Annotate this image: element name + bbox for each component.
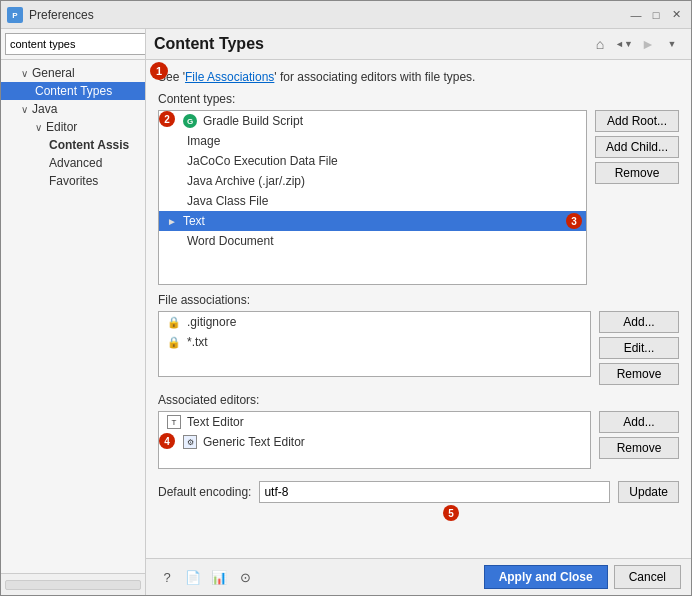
minimize-button[interactable]: — — [627, 6, 645, 24]
window-controls: — □ ✕ — [627, 6, 685, 24]
sidebar-item-general[interactable]: ∨ General — [1, 64, 145, 82]
list-item-text[interactable]: ► Text 3 — [159, 211, 586, 231]
list-item-label: Java Archive (.jar/.zip) — [187, 174, 305, 188]
sidebar-item-favorites[interactable]: Favorites — [1, 172, 145, 190]
gradle-icon: G — [183, 114, 197, 128]
update-button[interactable]: Update — [618, 481, 679, 503]
list-item[interactable]: JaCoCo Execution Data File — [159, 151, 586, 171]
bottom-bar: ? 📄 📊 ⊙ Apply and Close Cancel — [146, 558, 691, 595]
list-item[interactable]: T Text Editor — [159, 412, 590, 432]
content-types-section: Content types: 2 G Gradle — [158, 92, 679, 285]
window-title: Preferences — [29, 8, 627, 22]
window-icon: P — [7, 7, 23, 23]
list-item-label: Text — [183, 214, 205, 228]
sidebar-item-label: Content Assis — [49, 138, 129, 152]
list-item-label: Text Editor — [187, 415, 244, 429]
chevron-icon: ∨ — [21, 104, 28, 115]
svg-text:P: P — [12, 11, 18, 20]
list-item[interactable]: Java Archive (.jar/.zip) — [159, 171, 586, 191]
forward-button[interactable]: ► — [637, 33, 659, 55]
list-item[interactable]: 🔒 .gitignore — [159, 312, 590, 332]
list-item-label: *.txt — [187, 335, 208, 349]
list-item-label: Word Document — [187, 234, 273, 248]
sidebar-item-java[interactable]: ∨ Java — [1, 100, 145, 118]
associated-editors-label: Associated editors: — [158, 393, 679, 407]
bottom-left-icons: ? 📄 📊 ⊙ — [156, 566, 256, 588]
search-input[interactable] — [5, 33, 146, 55]
circle-button[interactable]: ⊙ — [234, 566, 256, 588]
forward-dropdown-button[interactable]: ▼ — [661, 33, 683, 55]
sidebar-item-label: Editor — [46, 120, 77, 134]
add-root-button[interactable]: Add Root... — [595, 110, 679, 132]
associated-editors-row: T Text Editor 4 ⚙ — [158, 411, 679, 469]
remove-ct-button[interactable]: Remove — [595, 162, 679, 184]
sidebar: ▶ ∨ General Content Types ∨ Java — [1, 29, 146, 595]
sidebar-item-content-assis[interactable]: Content Assis — [1, 136, 145, 154]
encoding-input[interactable] — [259, 481, 610, 503]
main-toolbar: Content Types ⌂ ◄▼ ► ▼ — [146, 29, 691, 60]
associated-editors-list: T Text Editor 4 ⚙ — [158, 411, 591, 469]
encoding-row: Default encoding: Update 5 — [158, 477, 679, 507]
add-ae-button[interactable]: Add... — [599, 411, 679, 433]
list-item[interactable]: Java Class File — [159, 191, 586, 211]
sidebar-item-label: Java — [32, 102, 57, 116]
home-button[interactable]: ⌂ — [589, 33, 611, 55]
list-item[interactable]: 🔒 *.txt — [159, 332, 590, 352]
apply-close-button[interactable]: Apply and Close — [484, 565, 608, 589]
file-associations-link[interactable]: File Associations — [185, 70, 274, 84]
file-associations-section: File associations: 🔒 .gitignore 🔒 *.txt — [158, 293, 679, 385]
chart-button[interactable]: 📊 — [208, 566, 230, 588]
list-item[interactable]: Image — [159, 131, 586, 151]
list-item-label: JaCoCo Execution Data File — [187, 154, 338, 168]
add-fa-button[interactable]: Add... — [599, 311, 679, 333]
list-item-generic-editor[interactable]: 4 ⚙ Generic Text Editor — [159, 432, 590, 452]
horizontal-scrollbar[interactable] — [5, 580, 141, 590]
sidebar-item-editor[interactable]: ∨ Editor — [1, 118, 145, 136]
search-box: ▶ — [1, 29, 145, 60]
content-types-label: Content types: — [158, 92, 679, 106]
file-associations-buttons: Add... Edit... Remove — [599, 311, 679, 385]
expand-arrow-icon: ► — [167, 216, 177, 227]
content-area: ▶ ∨ General Content Types ∨ Java — [1, 29, 691, 595]
list-item-label: Generic Text Editor — [203, 435, 305, 449]
page-title: Content Types — [154, 35, 264, 53]
help-button[interactable]: ? — [156, 566, 178, 588]
sidebar-item-label: Favorites — [49, 174, 98, 188]
remove-ae-button[interactable]: Remove — [599, 437, 679, 459]
text-editor-icon: T — [167, 415, 181, 429]
description-area: 1 See 'File Associations' for associatin… — [158, 70, 679, 84]
title-bar: P Preferences — □ ✕ — [1, 1, 691, 29]
lock-icon: 🔒 — [167, 335, 181, 349]
list-item[interactable]: Word Document — [159, 231, 586, 251]
sidebar-item-content-types[interactable]: Content Types — [1, 82, 145, 100]
preferences-window: P Preferences — □ ✕ ▶ ∨ General C — [0, 0, 692, 596]
doc-button[interactable]: 📄 — [182, 566, 204, 588]
chevron-icon: ∨ — [35, 122, 42, 133]
edit-fa-button[interactable]: Edit... — [599, 337, 679, 359]
chevron-icon: ∨ — [21, 68, 28, 79]
file-associations-label: File associations: — [158, 293, 679, 307]
main-panel: Content Types ⌂ ◄▼ ► ▼ 1 See 'File Assoc… — [146, 29, 691, 595]
encoding-label: Default encoding: — [158, 485, 251, 499]
list-item-label: .gitignore — [187, 315, 236, 329]
generic-editor-icon: ⚙ — [183, 435, 197, 449]
main-content: 1 See 'File Associations' for associatin… — [146, 60, 691, 558]
list-item[interactable]: 2 G Gradle Build Script — [159, 111, 586, 131]
remove-fa-button[interactable]: Remove — [599, 363, 679, 385]
list-item-label: Image — [187, 134, 220, 148]
close-button[interactable]: ✕ — [667, 6, 685, 24]
content-types-row: 2 G Gradle Build Script Image — [158, 110, 679, 285]
tree-area: ∨ General Content Types ∨ Java ∨ Editor — [1, 60, 145, 573]
maximize-button[interactable]: □ — [647, 6, 665, 24]
file-associations-list: 🔒 .gitignore 🔒 *.txt — [158, 311, 591, 377]
associated-editors-buttons: Add... Remove — [599, 411, 679, 469]
sidebar-item-label: Advanced — [49, 156, 102, 170]
cancel-button[interactable]: Cancel — [614, 565, 681, 589]
nav-buttons: ⌂ ◄▼ ► ▼ — [589, 33, 683, 55]
sidebar-item-label: Content Types — [35, 84, 112, 98]
lock-icon: 🔒 — [167, 315, 181, 329]
back-dropdown-button[interactable]: ◄▼ — [613, 33, 635, 55]
sidebar-item-advanced[interactable]: Advanced — [1, 154, 145, 172]
sidebar-scrollbar[interactable] — [1, 573, 145, 595]
add-child-button[interactable]: Add Child... — [595, 136, 679, 158]
